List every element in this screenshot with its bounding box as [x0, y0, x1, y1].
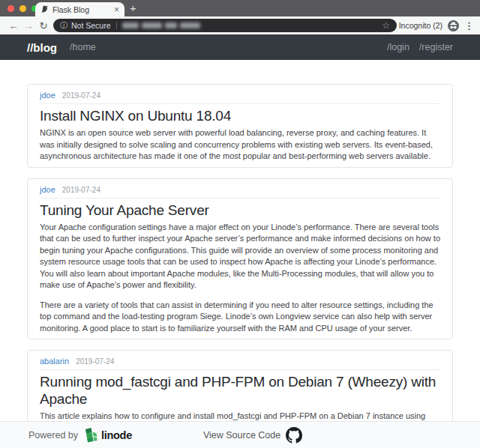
- close-window-icon[interactable]: [8, 5, 14, 12]
- nav-login-link[interactable]: /login: [387, 42, 410, 52]
- back-icon[interactable]: ←: [6, 21, 21, 31]
- browser-tab-strip: Flask Blog × +: [0, 0, 480, 16]
- post-meta: jdoe 2019-07-24: [40, 183, 440, 199]
- post-card: jdoe 2019-07-24 Tuning Your Apache Serve…: [27, 178, 453, 340]
- post-card: jdoe 2019-07-24 Install NGINX on Ubuntu …: [27, 84, 453, 168]
- incognito-badge-icon[interactable]: [448, 20, 459, 31]
- bookmark-star-icon[interactable]: ☆: [382, 21, 390, 30]
- post-date: 2019-07-24: [76, 357, 114, 366]
- view-source-link[interactable]: View Source Code: [203, 430, 280, 441]
- post-meta: jdoe 2019-07-24: [40, 88, 440, 104]
- incognito-count-label: Incognito (2): [399, 21, 442, 30]
- new-tab-icon[interactable]: +: [130, 1, 136, 14]
- nav-home-link[interactable]: /home: [70, 42, 96, 52]
- post-author-link[interactable]: abalarin: [40, 357, 69, 366]
- github-link[interactable]: [286, 427, 302, 444]
- forward-icon[interactable]: →: [21, 21, 36, 31]
- post-date: 2019-07-24: [62, 186, 100, 194]
- security-label: Not Secure: [71, 21, 111, 30]
- powered-by-label: Powered by: [28, 430, 78, 441]
- post-title-link[interactable]: Install NGINX on Ubuntu 18.04: [40, 107, 440, 124]
- close-tab-icon[interactable]: ×: [114, 5, 119, 14]
- post-author-link[interactable]: jdoe: [40, 185, 56, 194]
- flask-favicon-icon: [40, 5, 49, 13]
- browser-toolbar: ← → ↻ ⓘ Not Secure ☆ Incognito (2) ⋮: [0, 16, 480, 34]
- browser-menu-icon[interactable]: ⋮: [464, 21, 474, 31]
- post-meta: abalarin 2019-07-24: [40, 354, 440, 370]
- window-controls[interactable]: [8, 5, 38, 12]
- linode-logo-icon: [84, 427, 98, 443]
- nav-register-link[interactable]: /register: [419, 42, 453, 52]
- post-excerpt: NGINX is an open source web server with …: [40, 127, 440, 163]
- address-bar[interactable]: ⓘ Not Secure ☆: [53, 19, 397, 32]
- linode-wordmark: linode: [101, 429, 132, 441]
- post-title-link[interactable]: Running mod_fastcgi and PHP-FPM on Debia…: [40, 373, 440, 408]
- post-excerpt: Your Apache configuration settings have …: [40, 222, 440, 291]
- post-author-link[interactable]: jdoe: [40, 91, 56, 100]
- browser-tab[interactable]: Flask Blog ×: [35, 2, 124, 16]
- url-divider: [116, 22, 117, 29]
- github-icon: [286, 427, 302, 444]
- post-date: 2019-07-24: [62, 91, 100, 100]
- reload-icon[interactable]: ↻: [36, 21, 51, 31]
- site-navbar: //blog /home /login /register: [0, 34, 480, 60]
- page-footer: Powered by linode View Source Code: [0, 421, 480, 448]
- post-list: jdoe 2019-07-24 Install NGINX on Ubuntu …: [0, 60, 480, 448]
- info-icon[interactable]: ⓘ: [60, 22, 68, 29]
- post-excerpt: There are a variety of tools that can as…: [40, 300, 440, 335]
- linode-link[interactable]: linode: [84, 427, 132, 443]
- tab-title: Flask Blog: [52, 5, 110, 14]
- minimize-window-icon[interactable]: [20, 5, 26, 12]
- redacted-url: [122, 22, 200, 28]
- brand-link[interactable]: //blog: [27, 41, 57, 54]
- post-title-link[interactable]: Tuning Your Apache Server: [40, 202, 440, 219]
